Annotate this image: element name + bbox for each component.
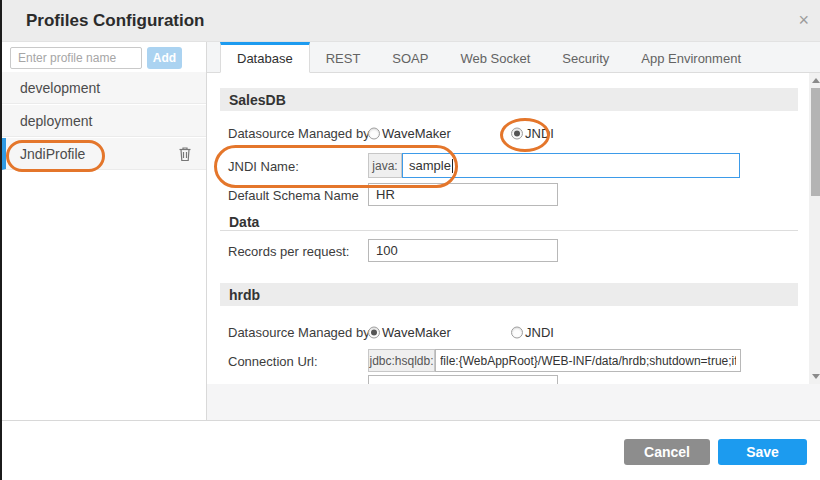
tab-app-environment[interactable]: App Environment [625, 42, 757, 72]
datasource-managed-by-label: Datasource Managed by: [228, 126, 373, 141]
delete-profile-icon[interactable] [178, 146, 192, 162]
profile-item-deployment[interactable]: deployment [2, 105, 206, 137]
profile-item-label: JndiProfile [20, 146, 85, 162]
default-schema-label: Default Schema Name [228, 187, 359, 202]
section-header-hrdb: hrdb [220, 283, 798, 306]
profile-name-input[interactable] [10, 47, 142, 69]
hrdb-wavemaker-radio[interactable]: WaveMaker [368, 325, 451, 340]
panel-bottom-spacer [207, 384, 820, 420]
close-icon[interactable]: × [798, 9, 809, 31]
radio-circle-icon [368, 326, 380, 338]
section-header-salesdb: SalesDB [220, 88, 798, 111]
tab-web-socket[interactable]: Web Socket [444, 42, 546, 72]
tab-soap[interactable]: SOAP [376, 42, 444, 72]
default-schema-row: Default Schema Name [220, 183, 798, 206]
profiles-configuration-dialog: Profiles Configuration × Add development… [0, 0, 820, 480]
connection-url-row: Connection Url: jdbc:hsqldb: [220, 349, 798, 372]
database-tab-panel: SalesDB Datasource Managed by: WaveMaker… [207, 73, 820, 384]
add-profile-button[interactable]: Add [147, 47, 182, 69]
connection-url-label: Connection Url: [228, 353, 318, 368]
records-per-request-input[interactable] [368, 239, 558, 262]
cancel-button[interactable]: Cancel [624, 439, 710, 465]
dialog-footer: Cancel Save [2, 420, 820, 480]
config-tabbar: Database REST SOAP Web Socket Security A… [207, 42, 820, 73]
profiles-list: development deployment JndiProfile [2, 72, 206, 171]
profile-item-development[interactable]: development [2, 72, 206, 104]
salesdb-datasource-row: Datasource Managed by: WaveMaker JNDI [220, 118, 798, 148]
radio-circle-icon [511, 326, 523, 338]
connection-prefix-box: jdbc:hsqldb: [368, 349, 435, 372]
radio-circle-icon [511, 127, 523, 139]
tab-security[interactable]: Security [546, 42, 625, 72]
vertical-scrollbar[interactable] [809, 73, 820, 384]
salesdb-wavemaker-radio[interactable]: WaveMaker [368, 126, 451, 141]
radio-circle-icon [368, 127, 380, 139]
default-schema-input[interactable] [368, 183, 558, 206]
jndi-name-input[interactable]: sample [402, 153, 740, 178]
jndi-name-label: JNDI Name: [228, 158, 299, 173]
text-cursor [452, 159, 453, 173]
add-profile-row: Add [2, 42, 206, 72]
page-title: Profiles Configuration [26, 11, 205, 31]
tab-database[interactable]: Database [220, 42, 310, 73]
profile-item-jndiprofile[interactable]: JndiProfile [2, 138, 206, 170]
profile-item-label: development [20, 80, 100, 96]
profile-item-label: deployment [20, 113, 92, 129]
jndi-name-row: JNDI Name: java: sample [220, 153, 798, 178]
salesdb-jndi-radio[interactable]: JNDI [511, 126, 554, 141]
profiles-sidebar: Add development deployment JndiProfile [2, 42, 207, 420]
jndi-prefix-box: java: [368, 153, 402, 178]
data-section-header: Data [220, 214, 798, 231]
scroll-up-icon[interactable] [812, 78, 820, 83]
dialog-header: Profiles Configuration × [2, 0, 820, 42]
tab-rest[interactable]: REST [310, 42, 377, 72]
datasource-managed-by-label: Datasource Managed by: [228, 325, 373, 340]
records-per-request-row: Records per request: [220, 239, 798, 262]
hrdb-jndi-radio[interactable]: JNDI [511, 325, 554, 340]
connection-url-input[interactable] [435, 349, 741, 372]
clipped-input[interactable] [368, 375, 558, 384]
records-per-request-label: Records per request: [228, 243, 349, 258]
scrollbar-thumb[interactable] [811, 88, 820, 196]
clipped-next-row [220, 375, 798, 384]
scroll-down-icon[interactable] [812, 374, 820, 379]
save-button[interactable]: Save [718, 439, 807, 465]
hrdb-datasource-row: Datasource Managed by: WaveMaker JNDI [220, 317, 798, 347]
